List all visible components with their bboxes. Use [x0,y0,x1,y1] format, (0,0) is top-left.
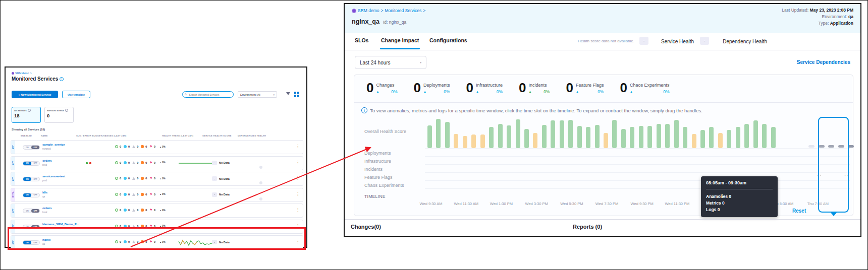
health-score-bar[interactable] [489,127,494,148]
health-score-bar[interactable] [463,136,467,148]
service-name-link[interactable]: orders [42,159,52,162]
service-row-orders[interactable]: APPONOFFordersprod0000⚑0▲ 0%-No Data⋮ [11,156,303,170]
health-score-bar[interactable] [595,125,600,148]
service-health-badge: - [639,37,648,45]
health-score-bar[interactable] [507,125,511,148]
service-name-link[interactable]: sample_service [42,143,65,146]
gridline [425,172,850,173]
summary-card-services-at-risk[interactable]: Services at Risk0 [44,107,74,123]
incident-change-icon [132,161,135,164]
service-dependencies-link[interactable]: Service Dependencies [797,59,850,65]
reset-link[interactable]: Reset [792,208,806,214]
health-score-bar[interactable] [551,120,555,148]
service-name-link[interactable]: servicenow-test [42,175,65,178]
health-score-bar[interactable] [604,133,608,148]
bottom-tab-reports[interactable]: Reports (0) [573,224,602,230]
time-window-selection[interactable]: ⋮⋮ ⋮⋮ [818,117,849,213]
change-impact-card: 0Changes▲0%0Deployments▲0%0Infrastructur… [354,75,853,216]
column-header: NAME [41,134,47,137]
health-score-bar[interactable] [727,130,731,148]
drag-handle-right-icon[interactable]: ⋮⋮ [843,172,849,176]
health-score-bar[interactable] [692,134,696,148]
breadcrumb[interactable]: SRM demo > Monitored Services > [352,8,425,13]
health-score-bar[interactable] [524,129,529,148]
breadcrumb-monitored-services[interactable]: Monitored Services [385,8,421,13]
enable-toggle[interactable]: ONOFF [23,177,40,181]
service-name-link[interactable]: k8s [42,191,47,194]
health-score-bar[interactable] [471,134,476,148]
service-environment: prod [42,179,47,182]
tab-configurations[interactable]: Configurations [429,37,467,43]
health-score-bar[interactable] [657,124,661,148]
health-score-bar[interactable] [568,120,573,148]
health-score-bar[interactable] [498,124,503,148]
service-name-link[interactable]: Harness_SRM_Demo_E... [42,223,79,226]
enable-toggle[interactable]: ONOFF [23,209,40,213]
enable-toggle[interactable]: ONOFF [23,193,40,197]
search-input[interactable] [188,93,231,97]
filter-icon[interactable] [286,92,290,95]
screenshot-canvas: SRM demo > Monitored Services i + New Mo… [0,0,868,270]
row-menu-icon[interactable]: ⋮ [296,192,300,196]
health-score-bar[interactable] [736,127,740,148]
health-score-bar[interactable] [577,126,582,148]
use-template-button[interactable]: Use template [62,91,90,98]
time-range-select[interactable]: Last 24 hours ▾ [355,56,426,69]
health-score-bar[interactable] [612,120,617,148]
showing-text: Showing all Services (18) [12,128,45,131]
health-score-bar[interactable] [586,127,590,148]
health-score-bar[interactable] [454,134,458,148]
health-score-bar[interactable] [744,124,749,148]
summary-cards: All Services18Services at Risk0 [12,107,74,123]
grid-view-icon[interactable] [294,92,296,94]
service-row-servicenow-test[interactable]: APPONOFFservicenow-testprod0000⚑0▲ 0%-No… [11,172,303,186]
health-score-bar[interactable] [762,124,767,148]
health-score-bar[interactable] [700,130,705,148]
enable-toggle[interactable]: ONOFF [23,145,40,150]
health-score-bar[interactable] [665,124,670,148]
health-score-bar[interactable] [709,127,714,148]
breadcrumb-srm-demo[interactable]: SRM demo [15,72,29,75]
row-menu-icon[interactable]: ⋮ [296,208,300,212]
service-row-k8s[interactable]: INFRAONOFFk8sqa0000⚑0▲ 0%-No Data⋮ [11,188,303,202]
changes-cell: 0000⚑0▲ 0% [115,193,166,196]
health-score-bar[interactable] [753,120,758,148]
health-score-bar[interactable] [445,122,450,148]
health-score-bar[interactable] [542,125,547,148]
search-box[interactable] [182,91,234,98]
bottom-tab-changes[interactable]: Changes(0) [351,224,381,230]
health-score-bar[interactable] [639,126,643,148]
health-score-bar[interactable] [630,127,634,148]
tab-slos[interactable]: SLOs [355,37,368,43]
health-score-bar[interactable] [674,120,679,148]
health-score-bar[interactable] [427,125,432,148]
service-meta: Last Updated: May 23, 2023 2:08 PM Envir… [782,7,853,27]
health-score-bar[interactable] [718,133,723,148]
drag-handle-left-icon[interactable]: ⋮⋮ [816,172,822,176]
service-row-orders[interactable]: APPONOFForderslocal0000⚑0▲ 0%⋮ [11,204,303,218]
environment-filter[interactable]: Environment: All ▾ [238,91,277,98]
row-menu-icon[interactable]: ⋮ [296,160,300,165]
health-score-bar[interactable] [647,126,652,148]
row-menu-icon[interactable]: ⋮ [296,176,300,180]
row-menu-icon[interactable]: ⋮ [296,144,300,149]
infrastructure-change-icon [124,193,127,196]
health-score-bar[interactable] [516,119,520,148]
service-name-link[interactable]: orders [42,207,52,210]
breadcrumb-srm-demo[interactable]: SRM demo [358,8,379,13]
new-monitored-service-button[interactable]: + New Monitored Service [12,91,58,98]
summary-card-all-services[interactable]: All Services18 [12,107,41,123]
health-score-bar[interactable] [436,119,441,148]
health-score-bar[interactable] [560,120,564,148]
tab-change-impact[interactable]: Change Impact [381,37,419,43]
health-score-bar[interactable] [771,127,776,148]
time-axis-label: Wed 7:30 PM [595,201,618,206]
health-score-bar[interactable] [480,134,485,148]
health-score-bar[interactable] [683,127,687,148]
health-score-bar[interactable] [621,129,626,148]
service-row-sample-service[interactable]: APPONOFFsample_servicenonprod0000⚑0▲ 0%⋮ [11,140,303,154]
deployment-change-icon [115,193,118,196]
enable-toggle[interactable]: ONOFF [23,161,40,166]
breadcrumb[interactable]: SRM demo > [12,72,32,75]
health-score-bar[interactable] [533,133,537,148]
